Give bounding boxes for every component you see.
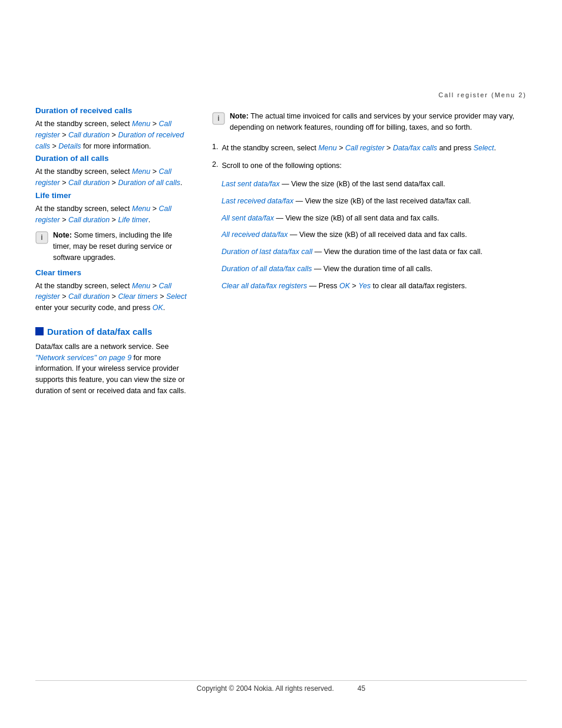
footer-copyright: Copyright © 2004 Nokia. All rights reser… bbox=[197, 684, 334, 693]
link-menu-2: Menu bbox=[132, 167, 150, 176]
page-header: Call register (Menu 2) bbox=[438, 91, 527, 98]
note-icon-top: i bbox=[212, 112, 225, 125]
scroll-item-last-sent-text: Last sent data/fax — View the size (kB) … bbox=[222, 179, 527, 190]
right-column: i Note: The actual time invoiced for cal… bbox=[212, 106, 527, 693]
step-1-num: 1. bbox=[212, 143, 218, 156]
section-duration-all: Duration of all calls At the standby scr… bbox=[35, 154, 189, 189]
footer-page-number: 45 bbox=[358, 684, 365, 693]
link-menu-r1: Menu bbox=[318, 144, 336, 152]
note-icon-life-timer: i bbox=[35, 231, 48, 244]
body-duration-all: At the standby screen, select Menu > Cal… bbox=[35, 166, 189, 189]
label-duration-all: Duration of all data/fax calls bbox=[222, 265, 312, 273]
blue-square-icon bbox=[35, 327, 44, 335]
scroll-item-last-received-text: Last received data/fax — View the size (… bbox=[222, 196, 527, 207]
label-duration-last: Duration of last data/fax call bbox=[222, 248, 312, 256]
body-data-fax: Data/fax calls are a network service. Se… bbox=[35, 341, 189, 397]
link-clear-timers: Clear timers bbox=[118, 292, 157, 301]
label-last-sent: Last sent data/fax bbox=[222, 180, 280, 188]
content-area: Duration of received calls At the standb… bbox=[0, 0, 562, 728]
section-clear-timers: Clear timers At the standby screen, sele… bbox=[35, 268, 189, 314]
link-call-register-r1: Call register bbox=[345, 144, 385, 152]
step-1-body: At the standby screen, select Menu > Cal… bbox=[222, 143, 496, 154]
svg-text:i: i bbox=[217, 114, 219, 123]
scroll-item-clear-all: Clear all data/fax registers — Press OK … bbox=[222, 281, 527, 292]
footer-divider bbox=[35, 680, 527, 681]
link-menu-4: Menu bbox=[132, 282, 150, 290]
footer: Copyright © 2004 Nokia. All rights reser… bbox=[0, 684, 562, 693]
scroll-item-last-sent: Last sent data/fax — View the size (kB) … bbox=[222, 179, 527, 190]
note-life-timer: i Note: Some timers, including the life … bbox=[35, 230, 189, 263]
link-ok-clear-all: OK bbox=[339, 282, 350, 290]
link-call-duration-1: Call duration bbox=[68, 131, 110, 139]
scroll-item-duration-all: Duration of all data/fax calls — View th… bbox=[222, 263, 527, 275]
link-ok-clear: OK bbox=[153, 304, 163, 312]
step-2: 2. Scroll to one of the following option… bbox=[212, 160, 527, 174]
body-clear-timers: At the standby screen, select Menu > Cal… bbox=[35, 281, 189, 314]
link-select-r1: Select bbox=[474, 144, 494, 152]
link-duration-all: Duration of all calls bbox=[118, 179, 180, 187]
link-call-duration-2: Call duration bbox=[68, 179, 110, 187]
section-data-fax: Duration of data/fax calls Data/fax call… bbox=[35, 327, 189, 397]
label-clear-all: Clear all data/fax registers bbox=[222, 282, 307, 290]
step-2-num: 2. bbox=[212, 160, 218, 174]
note-box-top: i Note: The actual time invoiced for cal… bbox=[212, 111, 527, 133]
label-all-received: All received data/fax bbox=[222, 230, 288, 239]
link-menu-3: Menu bbox=[132, 205, 150, 213]
label-last-received: Last received data/fax bbox=[222, 197, 293, 205]
page: Call register (Menu 2) Duration of recei… bbox=[0, 0, 562, 728]
section-life-timer: Life timer At the standby screen, select… bbox=[35, 191, 189, 263]
svg-text:i: i bbox=[41, 233, 42, 242]
left-column: Duration of received calls At the standb… bbox=[35, 106, 189, 693]
body-duration-received: At the standby screen, select Menu > Cal… bbox=[35, 118, 189, 151]
link-network-services: "Network services" on page 9 bbox=[35, 354, 131, 362]
section-duration-received: Duration of received calls At the standb… bbox=[35, 106, 189, 151]
link-select-clear: Select bbox=[166, 292, 187, 301]
link-menu-1: Menu bbox=[132, 120, 150, 128]
heading-data-fax-text: Duration of data/fax calls bbox=[47, 327, 152, 337]
scroll-item-last-received: Last received data/fax — View the size (… bbox=[222, 196, 527, 207]
link-yes-clear-all: Yes bbox=[358, 282, 371, 290]
note-text-top: Note: The actual time invoiced for calls… bbox=[230, 111, 527, 133]
scroll-item-duration-all-text: Duration of all data/fax calls — View th… bbox=[222, 263, 527, 275]
scroll-item-all-received-text: All received data/fax — View the size (k… bbox=[222, 229, 527, 241]
scroll-item-clear-all-text: Clear all data/fax registers — Press OK … bbox=[222, 281, 527, 292]
scroll-item-all-received: All received data/fax — View the size (k… bbox=[222, 229, 527, 241]
link-call-duration-3: Call duration bbox=[68, 216, 110, 224]
heading-duration-received: Duration of received calls bbox=[35, 106, 189, 115]
label-all-sent: All sent data/fax bbox=[222, 214, 274, 222]
step-2-body: Scroll to one of the following options: bbox=[222, 160, 342, 172]
scroll-item-all-sent: All sent data/fax — View the size (kB) o… bbox=[222, 213, 527, 224]
heading-life-timer: Life timer bbox=[35, 191, 189, 200]
heading-duration-all: Duration of all calls bbox=[35, 154, 189, 163]
link-details: Details bbox=[58, 142, 81, 150]
note-text-life-timer: Note: Some timers, including the life ti… bbox=[53, 230, 189, 263]
scroll-item-all-sent-text: All sent data/fax — View the size (kB) o… bbox=[222, 213, 527, 224]
heading-data-fax: Duration of data/fax calls bbox=[35, 327, 189, 337]
link-data-fax-calls: Data/fax calls bbox=[393, 144, 437, 152]
link-call-duration-4: Call duration bbox=[68, 292, 110, 301]
scroll-item-duration-last: Duration of last data/fax call — View th… bbox=[222, 246, 527, 258]
scroll-options: Last sent data/fax — View the size (kB) … bbox=[212, 179, 527, 291]
scroll-item-duration-last-text: Duration of last data/fax call — View th… bbox=[222, 246, 527, 258]
step-1: 1. At the standby screen, select Menu > … bbox=[212, 143, 527, 156]
link-life-timer: Life timer bbox=[118, 216, 148, 224]
body-life-timer: At the standby screen, select Menu > Cal… bbox=[35, 203, 189, 226]
heading-clear-timers: Clear timers bbox=[35, 268, 189, 277]
